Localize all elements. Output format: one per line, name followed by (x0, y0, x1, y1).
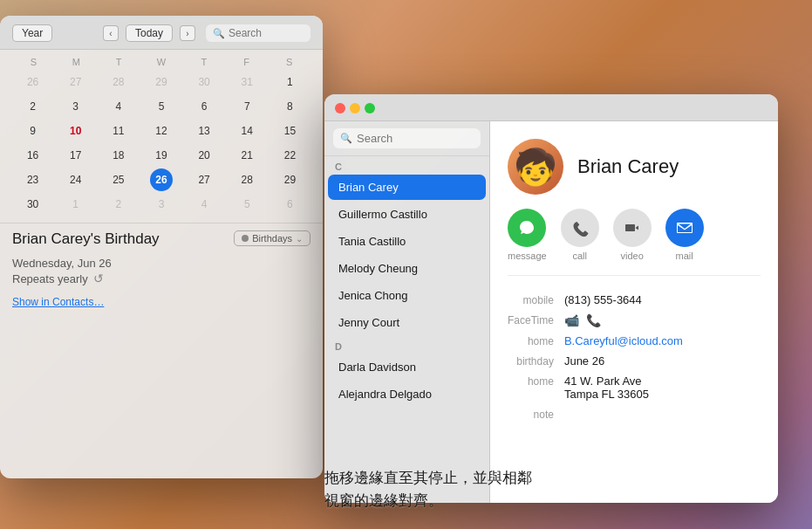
cal-day[interactable]: 29 (150, 71, 173, 93)
field-label-facetime: FaceTime (508, 313, 554, 326)
caption-line2: 視窗的邊緣對齊。 (324, 492, 443, 509)
repeat-icon: ↺ (93, 271, 104, 285)
day-header-m: M (55, 57, 98, 67)
repeat-label: Repeats yearly (12, 272, 88, 285)
cal-day[interactable]: 26 (22, 71, 44, 93)
contact-item-melody-cheung[interactable]: Melody Cheung (328, 256, 486, 281)
contact-first-name: Melody (338, 262, 379, 275)
cal-day[interactable]: 4 (107, 95, 130, 118)
today-button[interactable]: Today (126, 24, 173, 42)
cal-day[interactable]: 5 (235, 193, 258, 216)
cal-day[interactable]: 24 (65, 168, 87, 191)
call-action-button[interactable]: call (561, 209, 599, 261)
cal-day[interactable]: 3 (65, 95, 87, 118)
cal-day[interactable]: 20 (193, 144, 215, 167)
calendar-tag-chevron[interactable]: ⌄ (296, 234, 303, 244)
contact-item-darla-davidson[interactable]: Darla Davidson (328, 354, 486, 380)
cal-day[interactable]: 1 (278, 71, 301, 93)
contact-actions: message call video (508, 209, 761, 276)
contact-first-name: Guillermo (338, 208, 390, 221)
cal-day[interactable]: 4 (193, 193, 215, 216)
mail-action-label: mail (676, 251, 693, 261)
call-action-label: call (572, 251, 587, 261)
contact-item-jenica-chong[interactable]: Jenica Chong (328, 283, 486, 308)
contacts-window: 🔍 C Brian Carey Guillermo Castillo Tania… (324, 94, 778, 503)
cal-day[interactable]: 15 (278, 120, 301, 142)
calendar-search-input[interactable] (229, 27, 304, 39)
facetime-audio-icon[interactable]: 📞 (586, 313, 601, 327)
contact-last-name: Court (372, 316, 399, 329)
cal-day[interactable]: 22 (278, 144, 301, 167)
cal-day[interactable]: 17 (65, 144, 87, 167)
cal-day[interactable]: 31 (235, 71, 258, 93)
cal-day[interactable]: 30 (193, 71, 215, 93)
contact-item-jenny-court[interactable]: Jenny Court (328, 310, 486, 335)
contacts-search-bar: 🔍 (324, 121, 489, 156)
calendar-tag-label: Birthdays (252, 233, 292, 244)
contact-item-guillermo-castillo[interactable]: Guillermo Castillo (328, 202, 486, 227)
field-value-home-email[interactable]: B.Careyful@icloud.com (564, 334, 761, 347)
next-month-button[interactable]: › (180, 25, 195, 41)
cal-day-today[interactable]: 10 (65, 120, 87, 142)
contact-item-alejandra-delgado[interactable]: Alejandra Delgado (328, 381, 486, 407)
cal-day[interactable]: 9 (22, 120, 44, 142)
cal-day[interactable]: 29 (278, 168, 301, 191)
contact-item-tania-castillo[interactable]: Tania Castillo (328, 229, 486, 254)
cal-day[interactable]: 23 (22, 168, 44, 191)
cal-day[interactable]: 2 (22, 95, 44, 118)
field-value-birthday: June 26 (564, 354, 761, 368)
contact-item-brian-carey[interactable]: Brian Carey (328, 175, 486, 200)
cal-day-selected[interactable]: 26 (150, 168, 173, 191)
cal-day[interactable]: 12 (150, 120, 173, 142)
prev-month-button[interactable]: ‹ (103, 25, 119, 41)
year-button[interactable]: Year (12, 24, 52, 42)
calendar-search[interactable]: 🔍 (206, 24, 310, 42)
cal-day[interactable]: 21 (235, 144, 258, 167)
cal-day[interactable]: 2 (107, 193, 130, 216)
contact-detail: 🧒 Brian Carey message (490, 121, 778, 503)
contacts-search-input[interactable] (357, 132, 474, 145)
cal-day[interactable]: 28 (235, 168, 258, 191)
event-section: Brian Carey's Birthday Birthdays ⌄ Wedne… (0, 223, 323, 309)
close-button[interactable] (335, 103, 345, 113)
calendar-titlebar: Year ‹ Today › 🔍 (0, 16, 323, 50)
message-action-button[interactable]: message (508, 209, 547, 261)
day-header-t1: T (98, 57, 140, 67)
cal-day[interactable]: 27 (193, 168, 215, 191)
contact-fields: mobile (813) 555-3644 FaceTime 📹 📞 home … (508, 293, 761, 421)
video-icon (613, 209, 652, 247)
event-calendar-tag: Birthdays ⌄ (234, 230, 310, 246)
maximize-button[interactable] (365, 103, 375, 113)
cal-day[interactable]: 14 (235, 120, 258, 142)
cal-day[interactable]: 16 (22, 144, 44, 167)
contact-last-name: Cheung (379, 262, 419, 275)
contact-header: 🧒 Brian Carey (508, 139, 761, 195)
mail-action-button[interactable]: mail (665, 209, 704, 261)
cal-day[interactable]: 6 (193, 95, 215, 118)
facetime-video-icon[interactable]: 📹 (564, 313, 579, 327)
day-headers: S M T W T F S (12, 57, 310, 67)
video-action-button[interactable]: video (613, 209, 652, 261)
show-in-contacts-link[interactable]: Show in Contacts… (12, 296, 104, 308)
minimize-button[interactable] (350, 103, 360, 113)
field-label-home-email: home (508, 334, 554, 347)
contact-last-name: Castillo (369, 235, 406, 248)
cal-day[interactable]: 7 (235, 95, 258, 118)
contacts-search-inner[interactable]: 🔍 (333, 128, 481, 148)
field-value-mobile: (813) 555-3644 (564, 293, 761, 306)
cal-day[interactable]: 18 (107, 144, 130, 167)
contacts-sidebar: 🔍 C Brian Carey Guillermo Castillo Tania… (324, 121, 490, 503)
cal-day[interactable]: 13 (193, 120, 215, 142)
cal-day[interactable]: 27 (65, 71, 87, 93)
cal-day[interactable]: 25 (107, 168, 130, 191)
calendar-color-dot (242, 235, 249, 242)
cal-day[interactable]: 6 (278, 193, 301, 216)
cal-day[interactable]: 8 (278, 95, 301, 118)
cal-day[interactable]: 1 (65, 193, 87, 216)
cal-day[interactable]: 11 (107, 120, 130, 142)
cal-day[interactable]: 5 (150, 95, 173, 118)
cal-day[interactable]: 19 (150, 144, 173, 167)
cal-day[interactable]: 28 (107, 71, 130, 93)
cal-day[interactable]: 30 (22, 193, 44, 216)
cal-day[interactable]: 3 (150, 193, 173, 216)
